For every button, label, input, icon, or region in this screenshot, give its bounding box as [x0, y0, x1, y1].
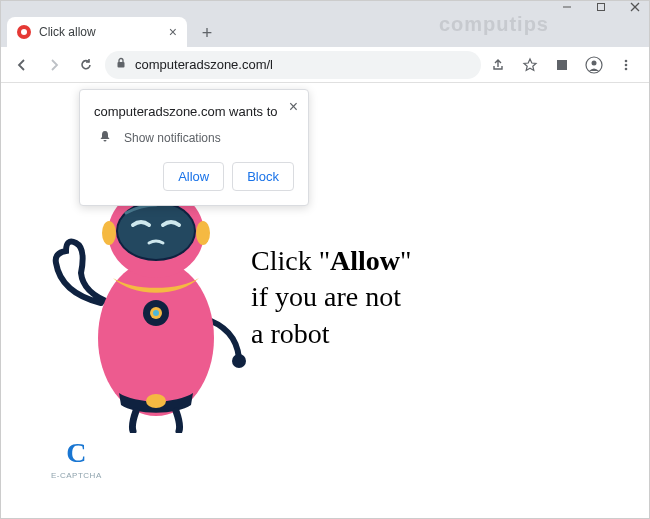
browser-tab[interactable]: Click allow × [7, 17, 187, 47]
svg-point-11 [232, 354, 246, 368]
url-text: computeradszone.com/l [135, 57, 273, 72]
tab-title: Click allow [39, 25, 96, 39]
window-titlebar [1, 1, 649, 13]
svg-point-8 [625, 59, 628, 62]
bookmark-star-icon[interactable] [519, 54, 541, 76]
svg-point-12 [98, 260, 214, 416]
tab-close-icon[interactable]: × [169, 24, 177, 40]
dialog-close-icon[interactable]: × [289, 98, 298, 116]
tab-strip: Click allow × + computips [1, 13, 649, 47]
profile-icon[interactable] [583, 54, 605, 76]
svg-point-9 [625, 63, 628, 66]
lock-icon [115, 57, 127, 72]
share-icon[interactable] [487, 54, 509, 76]
svg-rect-1 [598, 4, 605, 11]
notification-permission-dialog: × computeradszone.com wants to Show noti… [79, 89, 309, 206]
watermark-text: computips [439, 13, 549, 36]
ecaptcha-label: E-CAPTCHA [51, 471, 102, 480]
prompt-line1-pre: Click " [251, 245, 330, 276]
page-content: × computeradszone.com wants to Show noti… [1, 83, 649, 519]
svg-point-21 [102, 221, 116, 245]
svg-rect-4 [118, 62, 125, 68]
svg-rect-5 [557, 60, 567, 70]
prompt-line3: a robot [251, 316, 412, 352]
allow-button[interactable]: Allow [163, 162, 224, 191]
tab-favicon [17, 25, 31, 39]
svg-point-23 [146, 394, 166, 408]
address-bar[interactable]: computeradszone.com/l [105, 51, 481, 79]
reload-button[interactable] [73, 52, 99, 78]
dialog-title: computeradszone.com wants to [94, 104, 294, 119]
prompt-text: Click "Allow" if you are not a robot [251, 243, 412, 352]
svg-point-15 [153, 310, 159, 316]
prompt-line1-bold: Allow [330, 245, 400, 276]
close-window-button[interactable] [629, 1, 641, 13]
ecaptcha-badge: C E-CAPTCHA [51, 437, 102, 480]
svg-point-10 [625, 67, 628, 70]
prompt-line1-post: " [400, 245, 411, 276]
minimize-button[interactable] [561, 1, 573, 13]
maximize-button[interactable] [595, 1, 607, 13]
menu-dots-icon[interactable] [615, 54, 637, 76]
browser-toolbar: computeradszone.com/l [1, 47, 649, 83]
new-tab-button[interactable]: + [193, 19, 221, 47]
back-button[interactable] [9, 52, 35, 78]
dialog-capability: Show notifications [124, 131, 221, 145]
svg-point-7 [592, 60, 597, 65]
forward-button[interactable] [41, 52, 67, 78]
ecaptcha-logo-icon: C [51, 437, 102, 469]
block-button[interactable]: Block [232, 162, 294, 191]
svg-point-22 [196, 221, 210, 245]
prompt-line2: if you are not [251, 279, 412, 315]
bell-icon [98, 129, 112, 146]
extensions-icon[interactable] [551, 54, 573, 76]
